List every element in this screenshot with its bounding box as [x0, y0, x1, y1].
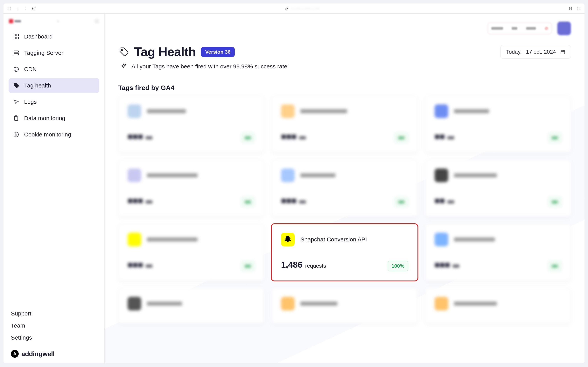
date-picker[interactable]: Today, 17 oct. 2024: [500, 45, 571, 59]
sidebar-item-dashboard[interactable]: Dashboard: [8, 29, 99, 44]
svg-rect-11: [14, 51, 18, 52]
sidebar-item-logs[interactable]: Logs: [8, 94, 99, 109]
tag-card[interactable]: [272, 288, 417, 323]
svg-rect-0: [8, 7, 11, 10]
team-link[interactable]: Team: [11, 322, 97, 329]
tag-card[interactable]: ■■■■■■■: [118, 224, 264, 281]
sidebar-item-label: Dashboard: [24, 33, 53, 40]
topbar: ⊘: [118, 21, 571, 35]
sidebar-toggle-icon[interactable]: [7, 7, 11, 10]
tag-icon: [118, 46, 129, 57]
date-value: 17 oct. 2024: [526, 49, 556, 55]
tag-card[interactable]: [118, 288, 264, 323]
app-window: ··· ····· ·· ······ ·· ····· ■■■ ▾: [3, 3, 585, 363]
sidebar-item-label: Logs: [24, 99, 37, 105]
subtitle: All your Tags have been fired with over …: [131, 63, 289, 70]
share-icon[interactable]: [569, 7, 572, 10]
requests-label: requests: [305, 263, 326, 269]
tag-card[interactable]: ■■■■■■■: [425, 224, 571, 281]
main-content: ⊘ Tag Health Version 36 Today, 17 oct. 2…: [105, 14, 585, 363]
sidebar-item-tagging-server[interactable]: Tagging Server: [8, 45, 99, 60]
svg-rect-9: [14, 37, 16, 39]
cookie-icon: [13, 131, 19, 138]
section-title: Tags fired by GA4: [118, 84, 571, 92]
settings-link[interactable]: Settings: [11, 334, 97, 341]
dashboard-icon: [13, 33, 19, 40]
svg-rect-10: [17, 37, 18, 39]
brand-logo-icon: [11, 350, 19, 358]
tag-card-snapchat-conversion-api[interactable]: Snapchat Conversion API 1,486 requests 1…: [272, 224, 417, 281]
sidebar-item-label: Tag health: [24, 82, 51, 89]
tag-card-title: Snapchat Conversion API: [300, 236, 367, 243]
sidebar-footer: Support Team Settings addingwell: [7, 310, 101, 358]
tag-card[interactable]: ■■■■■■: [425, 96, 571, 152]
svg-point-23: [121, 49, 123, 51]
svg-rect-7: [14, 34, 16, 36]
sidebar-action-icon[interactable]: [95, 19, 99, 23]
sidebar-item-label: Tagging Server: [24, 50, 63, 56]
page-title: Tag Health: [134, 45, 196, 59]
svg-point-19: [14, 132, 18, 137]
sidebar-item-cookie-monitoring[interactable]: Cookie monitoring: [8, 127, 99, 142]
brand: addingwell: [11, 350, 97, 358]
sidebar-item-cdn[interactable]: CDN: [8, 62, 99, 77]
sidebar-item-tag-health[interactable]: Tag health: [8, 78, 99, 93]
sidebar-item-data-monitoring[interactable]: Data monitoring: [8, 111, 99, 125]
sidebar-header: ■■■ ▾: [7, 19, 101, 29]
sidebar-nav: Dashboard Tagging Server CDN: [7, 29, 101, 142]
chevron-down-icon[interactable]: ▾: [57, 19, 59, 23]
tabs-icon[interactable]: [577, 7, 581, 10]
svg-rect-5: [577, 7, 580, 10]
snapchat-icon: [281, 233, 294, 246]
clipboard-icon: [13, 115, 19, 122]
back-icon[interactable]: [16, 7, 19, 10]
tag-card[interactable]: ■■■■■■■: [118, 96, 264, 152]
tag-card[interactable]: ■■■■■■■: [118, 160, 264, 216]
tag-icon: [13, 82, 19, 89]
svg-rect-8: [17, 34, 18, 36]
sidebar-item-label: Data monitoring: [24, 115, 65, 122]
brand-name: addingwell: [21, 350, 55, 358]
svg-point-22: [16, 135, 16, 135]
sparkle-icon: [119, 63, 127, 70]
status-pill[interactable]: ⊘: [488, 23, 552, 34]
reload-icon[interactable]: [32, 7, 36, 10]
link-icon: [285, 7, 289, 10]
version-badge: Version 36: [201, 47, 235, 57]
tag-card[interactable]: [425, 288, 571, 323]
svg-point-20: [15, 134, 16, 134]
tag-card[interactable]: ■■■■■■■: [272, 96, 417, 152]
svg-point-16: [15, 84, 15, 85]
svg-rect-2: [569, 7, 572, 10]
cursor-icon: [13, 99, 19, 105]
date-prefix: Today,: [506, 49, 521, 55]
sidebar-item-label: Cookie monitoring: [24, 131, 71, 138]
sidebar: ■■■ ▾ Dashboard Tagging Server: [3, 14, 105, 363]
svg-point-21: [16, 135, 17, 135]
requests-count: 1,486: [281, 260, 302, 270]
alert-icon: ⊘: [545, 26, 548, 31]
calendar-icon: [560, 49, 565, 54]
sidebar-item-label: CDN: [24, 66, 37, 73]
support-link[interactable]: Support: [11, 310, 97, 317]
browser-toolbar: ··· ····· ·· ······ ·· ·····: [3, 3, 585, 14]
workspace-logo[interactable]: ■■■: [9, 19, 21, 23]
avatar[interactable]: [557, 22, 571, 35]
svg-rect-24: [561, 50, 565, 54]
globe-icon: [13, 66, 19, 73]
forward-icon[interactable]: [24, 7, 28, 10]
address-bar[interactable]: ··· ····· ·· ······ ·· ·····: [40, 7, 564, 10]
svg-rect-12: [14, 53, 18, 55]
tag-card[interactable]: ■■■■■■: [425, 160, 571, 216]
cards-grid: ■■■■■■■ ■■■■■■■ ■■■■■■ ■■■■■■■ ■■■■■■■ ■…: [118, 96, 571, 323]
success-badge: 100%: [388, 261, 408, 271]
server-icon: [13, 50, 19, 56]
url-blurred: ··· ····· ·· ······ ·· ·····: [292, 7, 320, 10]
tag-card[interactable]: ■■■■■■■: [272, 160, 417, 216]
page-header: Tag Health Version 36: [118, 45, 235, 59]
